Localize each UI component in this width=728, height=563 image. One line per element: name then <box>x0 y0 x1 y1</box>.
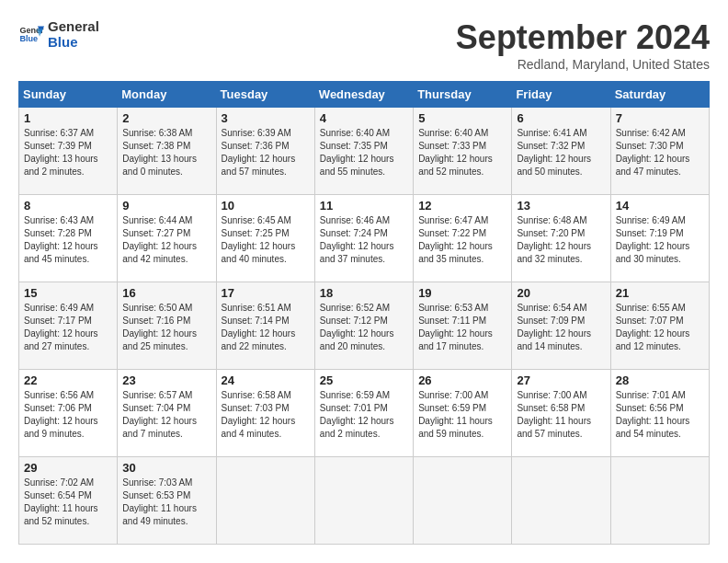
logo-icon: General Blue <box>18 21 44 47</box>
day-number: 26 <box>418 373 506 387</box>
day-number: 13 <box>517 199 605 213</box>
table-row: 8 Sunrise: 6:43 AMSunset: 7:28 PMDayligh… <box>19 195 118 282</box>
calendar-week-row: 29 Sunrise: 7:02 AMSunset: 6:54 PMDaylig… <box>19 457 710 545</box>
day-number: 14 <box>616 199 704 213</box>
table-row: 9 Sunrise: 6:44 AMSunset: 7:27 PMDayligh… <box>118 195 216 282</box>
day-info: Sunrise: 6:42 AMSunset: 7:30 PMDaylight:… <box>616 128 690 177</box>
header-saturday: Saturday <box>610 82 709 108</box>
day-info: Sunrise: 6:41 AMSunset: 7:32 PMDaylight:… <box>517 128 591 177</box>
day-number: 18 <box>320 286 408 300</box>
day-info: Sunrise: 7:02 AMSunset: 6:54 PMDaylight:… <box>24 477 98 526</box>
day-info: Sunrise: 6:40 AMSunset: 7:35 PMDaylight:… <box>320 128 394 177</box>
day-info: Sunrise: 6:45 AMSunset: 7:25 PMDaylight:… <box>222 215 296 264</box>
table-row: 1 Sunrise: 6:37 AMSunset: 7:39 PMDayligh… <box>19 108 118 195</box>
day-number: 28 <box>616 373 704 387</box>
page-header: General Blue General Blue September 2024… <box>18 18 710 72</box>
table-row: 2 Sunrise: 6:38 AMSunset: 7:38 PMDayligh… <box>118 108 216 195</box>
day-number: 8 <box>24 199 112 213</box>
table-row: 10 Sunrise: 6:45 AMSunset: 7:25 PMDaylig… <box>216 195 314 282</box>
table-row: 11 Sunrise: 6:46 AMSunset: 7:24 PMDaylig… <box>314 195 413 282</box>
table-row: 5 Sunrise: 6:40 AMSunset: 7:33 PMDayligh… <box>414 108 512 195</box>
day-number: 17 <box>222 286 310 300</box>
day-info: Sunrise: 6:58 AMSunset: 7:03 PMDaylight:… <box>222 390 296 439</box>
day-number: 6 <box>517 111 605 125</box>
day-info: Sunrise: 7:03 AMSunset: 6:53 PMDaylight:… <box>122 477 197 526</box>
day-number: 5 <box>418 111 506 125</box>
calendar-header-row: Sunday Monday Tuesday Wednesday Thursday… <box>19 82 710 108</box>
header-friday: Friday <box>512 82 610 108</box>
day-number: 1 <box>24 111 112 125</box>
day-number: 21 <box>616 286 704 300</box>
table-row <box>414 457 512 545</box>
table-row: 17 Sunrise: 6:51 AMSunset: 7:14 PMDaylig… <box>216 282 314 370</box>
table-row <box>314 457 413 545</box>
day-number: 24 <box>222 373 310 387</box>
table-row: 23 Sunrise: 6:57 AMSunset: 7:04 PMDaylig… <box>118 370 216 457</box>
day-number: 10 <box>222 199 310 213</box>
table-row: 16 Sunrise: 6:50 AMSunset: 7:16 PMDaylig… <box>118 282 216 370</box>
day-info: Sunrise: 6:52 AMSunset: 7:12 PMDaylight:… <box>320 303 394 351</box>
calendar-table: Sunday Monday Tuesday Wednesday Thursday… <box>18 81 710 545</box>
day-number: 25 <box>320 373 408 387</box>
day-info: Sunrise: 6:49 AMSunset: 7:19 PMDaylight:… <box>616 215 690 264</box>
header-thursday: Thursday <box>414 82 512 108</box>
table-row: 28 Sunrise: 7:01 AMSunset: 6:56 PMDaylig… <box>610 370 709 457</box>
calendar-week-row: 1 Sunrise: 6:37 AMSunset: 7:39 PMDayligh… <box>19 108 710 195</box>
header-monday: Monday <box>118 82 216 108</box>
table-row: 26 Sunrise: 7:00 AMSunset: 6:59 PMDaylig… <box>414 370 512 457</box>
day-info: Sunrise: 6:39 AMSunset: 7:36 PMDaylight:… <box>222 128 296 177</box>
day-info: Sunrise: 6:43 AMSunset: 7:28 PMDaylight:… <box>24 215 98 264</box>
day-number: 7 <box>616 111 704 125</box>
header-wednesday: Wednesday <box>314 82 413 108</box>
day-number: 4 <box>320 111 408 125</box>
day-number: 15 <box>24 286 112 300</box>
table-row: 18 Sunrise: 6:52 AMSunset: 7:12 PMDaylig… <box>314 282 413 370</box>
location-subtitle: Redland, Maryland, United States <box>456 57 710 72</box>
logo: General Blue General Blue <box>18 18 99 50</box>
day-info: Sunrise: 6:46 AMSunset: 7:24 PMDaylight:… <box>320 215 394 264</box>
table-row: 15 Sunrise: 6:49 AMSunset: 7:17 PMDaylig… <box>19 282 118 370</box>
day-info: Sunrise: 6:48 AMSunset: 7:20 PMDaylight:… <box>517 215 591 264</box>
day-info: Sunrise: 6:37 AMSunset: 7:39 PMDaylight:… <box>24 128 98 177</box>
day-info: Sunrise: 6:57 AMSunset: 7:04 PMDaylight:… <box>122 390 197 439</box>
day-number: 27 <box>517 373 605 387</box>
table-row: 14 Sunrise: 6:49 AMSunset: 7:19 PMDaylig… <box>610 195 709 282</box>
table-row <box>610 457 709 545</box>
logo-blue-text: Blue <box>48 34 99 50</box>
table-row: 27 Sunrise: 7:00 AMSunset: 6:58 PMDaylig… <box>512 370 610 457</box>
day-number: 11 <box>320 199 408 213</box>
table-row: 6 Sunrise: 6:41 AMSunset: 7:32 PMDayligh… <box>512 108 610 195</box>
month-title: September 2024 <box>456 18 710 57</box>
day-info: Sunrise: 7:00 AMSunset: 6:58 PMDaylight:… <box>517 390 591 439</box>
day-info: Sunrise: 6:50 AMSunset: 7:16 PMDaylight:… <box>122 303 197 351</box>
day-info: Sunrise: 6:47 AMSunset: 7:22 PMDaylight:… <box>418 215 493 264</box>
day-number: 22 <box>24 373 112 387</box>
table-row: 24 Sunrise: 6:58 AMSunset: 7:03 PMDaylig… <box>216 370 314 457</box>
day-info: Sunrise: 7:00 AMSunset: 6:59 PMDaylight:… <box>418 390 493 439</box>
day-info: Sunrise: 6:49 AMSunset: 7:17 PMDaylight:… <box>24 303 98 351</box>
table-row: 22 Sunrise: 6:56 AMSunset: 7:06 PMDaylig… <box>19 370 118 457</box>
table-row: 13 Sunrise: 6:48 AMSunset: 7:20 PMDaylig… <box>512 195 610 282</box>
table-row: 20 Sunrise: 6:54 AMSunset: 7:09 PMDaylig… <box>512 282 610 370</box>
logo-general-text: General <box>48 18 99 34</box>
table-row: 21 Sunrise: 6:55 AMSunset: 7:07 PMDaylig… <box>610 282 709 370</box>
day-info: Sunrise: 6:56 AMSunset: 7:06 PMDaylight:… <box>24 390 98 439</box>
table-row <box>216 457 314 545</box>
day-number: 2 <box>122 111 210 125</box>
day-number: 3 <box>222 111 310 125</box>
title-block: September 2024 Redland, Maryland, United… <box>456 18 710 72</box>
day-number: 20 <box>517 286 605 300</box>
header-sunday: Sunday <box>19 82 118 108</box>
table-row: 25 Sunrise: 6:59 AMSunset: 7:01 PMDaylig… <box>314 370 413 457</box>
day-number: 16 <box>122 286 210 300</box>
svg-text:Blue: Blue <box>19 34 38 43</box>
day-info: Sunrise: 7:01 AMSunset: 6:56 PMDaylight:… <box>616 390 690 439</box>
day-number: 12 <box>418 199 506 213</box>
table-row: 7 Sunrise: 6:42 AMSunset: 7:30 PMDayligh… <box>610 108 709 195</box>
day-info: Sunrise: 6:40 AMSunset: 7:33 PMDaylight:… <box>418 128 493 177</box>
table-row: 12 Sunrise: 6:47 AMSunset: 7:22 PMDaylig… <box>414 195 512 282</box>
day-info: Sunrise: 6:44 AMSunset: 7:27 PMDaylight:… <box>122 215 197 264</box>
calendar-week-row: 22 Sunrise: 6:56 AMSunset: 7:06 PMDaylig… <box>19 370 710 457</box>
header-tuesday: Tuesday <box>216 82 314 108</box>
day-number: 30 <box>122 461 210 475</box>
